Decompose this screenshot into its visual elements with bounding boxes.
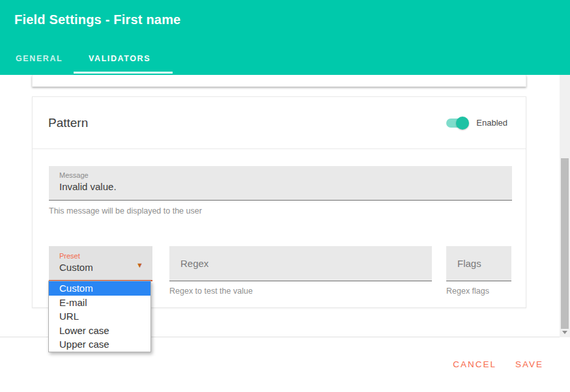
regex-field (169, 246, 432, 281)
scrollbar-down-button[interactable] (560, 328, 570, 336)
option-custom[interactable]: Custom (49, 281, 150, 296)
footer-actions: CANCEL SAVE (453, 359, 543, 369)
toggle-knob (456, 117, 469, 130)
option-upper-case[interactable]: Upper case (49, 337, 150, 352)
option-email[interactable]: E-mail (49, 296, 150, 310)
previous-validator-card-edge (32, 75, 526, 87)
flags-helper-text: Regex flags (446, 287, 489, 296)
option-lower-case[interactable]: Lower case (49, 324, 150, 338)
dropdown-arrow-icon: ▼ (136, 262, 143, 269)
toggle-label: Enabled (476, 118, 507, 128)
flags-field (446, 246, 511, 281)
save-button[interactable]: SAVE (515, 359, 543, 369)
option-url[interactable]: URL (49, 309, 150, 324)
pattern-validator-card: Pattern Enabled Message Invalid value. T… (32, 96, 526, 308)
tab-validators[interactable]: VALIDATORS (89, 54, 150, 63)
preset-select-label: Preset (49, 246, 152, 260)
preset-option-list: Custom E-mail URL Lower case Upper case (48, 281, 151, 352)
tab-general[interactable]: GENERAL (16, 54, 63, 63)
cancel-button[interactable]: CANCEL (453, 359, 496, 369)
regex-helper-text: Regex to test the value (169, 287, 253, 296)
dialog-title: Field Settings - First name (14, 12, 180, 27)
message-field-label: Message (49, 166, 512, 179)
dialog-header: Field Settings - First name GENERAL VALI… (0, 0, 570, 75)
message-field[interactable]: Message Invalid value. (49, 166, 512, 201)
pattern-card-header: Pattern Enabled (33, 97, 526, 149)
toggle-track (446, 119, 467, 128)
active-tab-indicator (74, 72, 173, 74)
pattern-section-title: Pattern (48, 116, 88, 130)
preset-select[interactable]: Preset Custom ▼ (49, 246, 152, 281)
flags-input[interactable] (446, 246, 511, 281)
scroll-down-icon (562, 331, 567, 334)
field-settings-dialog: Field Settings - First name GENERAL VALI… (0, 0, 570, 392)
pattern-enabled-toggle[interactable]: Enabled (446, 118, 507, 128)
regex-input[interactable] (169, 246, 432, 281)
scrollbar-thumb[interactable] (561, 158, 569, 329)
message-field-value: Invalid value. (49, 179, 512, 192)
message-helper-text: This message will be displayed to the us… (49, 206, 202, 216)
vertical-scrollbar[interactable] (560, 75, 570, 337)
